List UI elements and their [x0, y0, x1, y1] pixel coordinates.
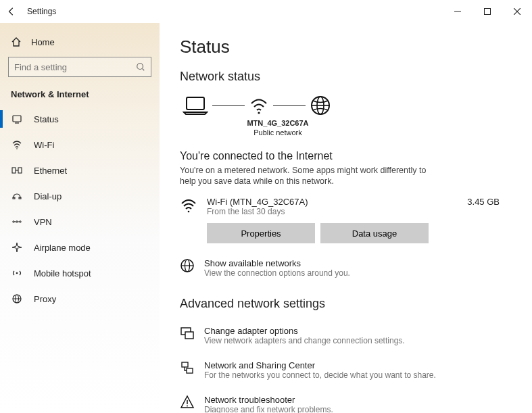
available-subtitle: View the connection options around you. [204, 268, 350, 278]
home-label: Home [31, 37, 55, 47]
svg-rect-31 [185, 332, 193, 339]
adv-item-subtitle: Diagnose and fix network problems. [204, 405, 333, 413]
sharing-icon [180, 360, 195, 375]
sidebar-item-label: Proxy [34, 294, 56, 304]
titlebar: Settings [0, 0, 532, 23]
globe-icon [310, 95, 331, 116]
hotspot-icon [11, 268, 23, 278]
svg-point-14 [20, 221, 21, 222]
adv-item-title: Network and Sharing Center [204, 360, 436, 370]
close-button[interactable] [502, 1, 532, 22]
search-box[interactable] [8, 57, 151, 77]
properties-button[interactable]: Properties [207, 223, 315, 243]
svg-point-35 [187, 406, 188, 407]
status-icon [11, 114, 23, 124]
sidebar-item-label: Dial-up [34, 191, 62, 201]
ethernet-icon [11, 165, 23, 176]
back-button[interactable] [7, 7, 16, 16]
svg-point-17 [16, 272, 18, 274]
svg-rect-33 [187, 368, 193, 373]
dialup-icon [11, 191, 23, 201]
window-title: Settings [27, 7, 56, 16]
sidebar-item-proxy[interactable]: Proxy [8, 286, 151, 312]
sidebar-item-label: Ethernet [34, 166, 67, 176]
sidebar-item-label: Mobile hotspot [34, 268, 91, 278]
connector-line [273, 105, 306, 106]
svg-rect-4 [13, 116, 21, 122]
sidebar-item-label: Status [34, 114, 59, 124]
connected-title: You're connected to the Internet [180, 150, 532, 162]
minimize-button[interactable] [443, 1, 473, 22]
connected-subtitle: You're on a metered network. Some apps m… [180, 165, 430, 188]
network-sharing-center[interactable]: Network and Sharing Center For the netwo… [180, 360, 464, 380]
advanced-heading: Advanced network settings [180, 297, 532, 311]
maximize-button[interactable] [473, 1, 502, 22]
laptop-icon [183, 95, 208, 116]
adv-item-title: Network troubleshooter [204, 395, 333, 405]
globe-icon [180, 258, 195, 273]
home-icon [11, 37, 22, 47]
data-usage-value: 3.45 GB [467, 197, 532, 207]
search-icon [136, 62, 145, 72]
sidebar: Home Network & Internet Status Wi-Fi [0, 23, 160, 413]
vpn-icon [11, 216, 23, 227]
svg-rect-8 [18, 168, 22, 173]
connection-name: Wi-Fi (MTN_4G_32C67A) [207, 197, 458, 207]
adv-item-subtitle: For the networks you connect to, decide … [204, 370, 436, 380]
sidebar-item-label: Wi-Fi [34, 140, 54, 150]
svg-point-2 [137, 64, 143, 70]
wifi-icon [11, 139, 23, 150]
network-diagram [183, 95, 532, 116]
svg-point-12 [13, 221, 14, 222]
sidebar-item-wifi[interactable]: Wi-Fi [8, 132, 151, 157]
svg-point-13 [16, 221, 18, 222]
diagram-scope: Public network [241, 128, 315, 138]
network-status-heading: Network status [180, 70, 532, 84]
sidebar-item-label: VPN [34, 217, 52, 227]
adv-item-title: Change adapter options [204, 326, 405, 336]
diagram-ssid: MTN_4G_32C67A [241, 119, 315, 128]
data-usage-button[interactable]: Data usage [320, 223, 429, 243]
network-troubleshooter[interactable]: Network troubleshooter Diagnose and fix … [180, 395, 464, 413]
airplane-icon [11, 242, 23, 253]
main-content: Status Network status MTN_4G_32C67A Publ… [160, 23, 532, 413]
show-available-networks[interactable]: Show available networks View the connect… [180, 258, 464, 278]
sidebar-item-label: Airplane mode [34, 243, 91, 253]
sidebar-item-vpn[interactable]: VPN [8, 209, 151, 235]
search-input[interactable] [14, 62, 136, 72]
wifi-icon [249, 95, 269, 116]
warning-icon [180, 395, 195, 410]
connector-line [212, 105, 245, 106]
sidebar-item-airplane[interactable]: Airplane mode [8, 235, 151, 260]
home-button[interactable]: Home [8, 32, 151, 57]
svg-line-3 [143, 69, 145, 71]
svg-point-26 [188, 211, 190, 213]
connection-period: From the last 30 days [207, 207, 458, 216]
available-title: Show available networks [204, 258, 350, 268]
change-adapter-options[interactable]: Change adapter options View network adap… [180, 326, 464, 345]
sidebar-item-dialup[interactable]: Dial-up [8, 183, 151, 209]
sidebar-item-hotspot[interactable]: Mobile hotspot [8, 260, 151, 286]
svg-point-22 [258, 112, 260, 114]
adv-item-subtitle: View network adapters and change connect… [204, 336, 405, 345]
sidebar-section-title: Network & Internet [8, 77, 151, 106]
sidebar-item-status[interactable]: Status [8, 106, 151, 132]
svg-point-6 [16, 148, 18, 149]
svg-rect-32 [182, 362, 188, 367]
svg-rect-21 [187, 97, 204, 110]
svg-rect-7 [12, 168, 16, 173]
adapter-icon [180, 326, 195, 341]
svg-rect-1 [485, 9, 491, 15]
wifi-icon [180, 197, 197, 214]
proxy-icon [11, 293, 23, 304]
page-title: Status [180, 37, 532, 57]
sidebar-item-ethernet[interactable]: Ethernet [8, 157, 151, 183]
